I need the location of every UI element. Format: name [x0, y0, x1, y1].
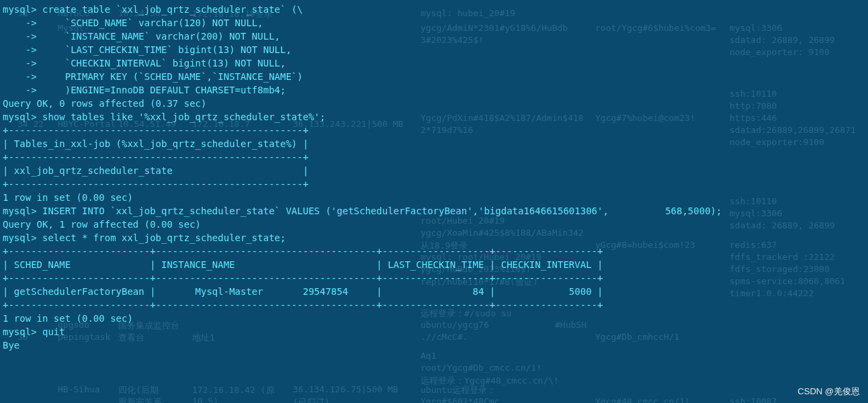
terminal-line: | getSchedulerFactoryBean | Mysql-Master… — [3, 285, 865, 298]
terminal-line: mysql> show tables like '%xxl_job_qrtz_s… — [3, 110, 865, 124]
terminal-line: +---------------------------------------… — [3, 150, 865, 164]
terminal-line: Query OK, 1 row affected (0.00 sec) — [3, 218, 865, 231]
terminal-line: +---------------------------------------… — [3, 124, 865, 137]
terminal-line: Bye — [3, 339, 865, 352]
terminal-line: -> )ENGINE=InnoDB DEFAULT CHARSET=utf8mb… — [3, 83, 865, 97]
mysql-terminal[interactable]: mysql> create table `xxl_job_qrtz_schedu… — [0, 0, 868, 403]
terminal-line: mysql> select * from xxl_job_qrtz_schedu… — [3, 231, 865, 244]
watermark: CSDN @羌俊恩 — [797, 386, 860, 398]
terminal-line: Query OK, 0 rows affected (0.37 sec) — [3, 97, 865, 110]
terminal-line: -> `SCHED_NAME` varchar(120) NOT NULL, — [3, 16, 865, 30]
terminal-line: 1 row in set (0.00 sec) — [3, 312, 865, 325]
terminal-line: +-------------------------+-------------… — [3, 271, 865, 285]
terminal-line: | Tables_in_xxl-job (%xxl_job_qrtz_sched… — [3, 137, 865, 150]
terminal-line: mysql> quit — [3, 325, 865, 339]
terminal-line: +-------------------------+-------------… — [3, 244, 865, 258]
terminal-line: | xxl_job_qrtz_scheduler_state | — [3, 164, 865, 177]
terminal-line: -> `CHECKIN_INTERVAL` bigint(13) NOT NUL… — [3, 56, 865, 70]
terminal-line: 1 row in set (0.00 sec) — [3, 191, 865, 204]
terminal-line: | SCHED_NAME | INSTANCE_NAME | LAST_CHEC… — [3, 258, 865, 271]
terminal-line: -> `INSTANCE_NAME` varchar(200) NOT NULL… — [3, 30, 865, 43]
terminal-line: mysql> create table `xxl_job_qrtz_schedu… — [3, 3, 865, 16]
terminal-line: mysql> INSERT INTO `xxl_job_qrtz_schedul… — [3, 204, 865, 218]
terminal-line: -> `LAST_CHECKIN_TIME` bigint(13) NOT NU… — [3, 43, 865, 56]
terminal-line: -> PRIMARY KEY (`SCHED_NAME`,`INSTANCE_N… — [3, 70, 865, 83]
terminal-line: +-------------------------+-------------… — [3, 298, 865, 312]
terminal-line: +---------------------------------------… — [3, 177, 865, 191]
